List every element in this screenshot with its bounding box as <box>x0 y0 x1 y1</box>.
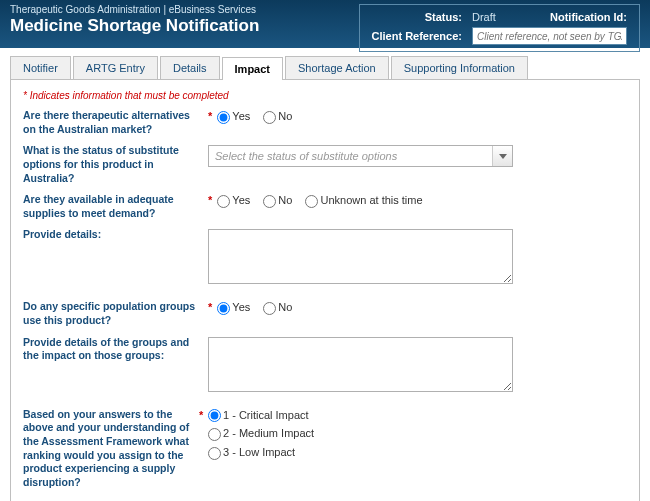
adeq-yes-radio[interactable] <box>217 195 230 208</box>
tab-bar: Notifier ARTG Entry Details Impact Short… <box>10 56 650 79</box>
rank-critical-radio[interactable] <box>208 409 221 422</box>
tab-artg-entry[interactable]: ARTG Entry <box>73 56 158 79</box>
status-label: Status: <box>368 10 466 24</box>
alt-no-option[interactable]: No <box>263 110 292 122</box>
q-pop-label: Do any specific population groups use th… <box>23 300 208 327</box>
pop-details-textarea[interactable] <box>208 337 513 392</box>
adeq-no-option[interactable]: No <box>263 194 292 206</box>
required-note: * Indicates information that must be com… <box>23 90 627 101</box>
client-ref-input[interactable] <box>472 27 627 45</box>
alt-yes-option[interactable]: Yes <box>217 110 250 122</box>
rank-medium-option[interactable]: 2 - Medium Impact <box>208 427 617 441</box>
q-substatus-label: What is the status of substitute options… <box>23 144 208 185</box>
adeq-unknown-option[interactable]: Unknown at this time <box>305 194 422 206</box>
q-pop-details-label: Provide details of the groups and the im… <box>23 336 208 363</box>
header-status-box: Status: Draft Notification Id: Client Re… <box>359 4 640 52</box>
pop-yes-radio[interactable] <box>217 302 230 315</box>
required-marker: * <box>208 110 212 122</box>
dropdown-placeholder: Select the status of substitute options <box>209 150 492 162</box>
q-alternatives-field: * Yes No <box>208 109 627 124</box>
q-adequate-label: Are they available in adequate supplies … <box>23 193 208 220</box>
rank-critical-option[interactable]: 1 - Critical Impact <box>208 409 617 423</box>
alt-no-radio[interactable] <box>263 111 276 124</box>
rank-low-option[interactable]: 3 - Low Impact <box>208 446 617 460</box>
rank-low-radio[interactable] <box>208 447 221 460</box>
q-details-label: Provide details: <box>23 228 208 242</box>
substitute-status-dropdown[interactable]: Select the status of substitute options <box>208 145 513 167</box>
app-header: Therapeutic Goods Administration | eBusi… <box>0 0 650 48</box>
tab-supporting-info[interactable]: Supporting Information <box>391 56 528 79</box>
required-marker: * <box>199 409 203 421</box>
status-value: Draft <box>468 10 504 24</box>
tab-shortage-action[interactable]: Shortage Action <box>285 56 389 79</box>
adeq-no-radio[interactable] <box>263 195 276 208</box>
notification-id-label: Notification Id: <box>506 10 631 24</box>
pop-no-radio[interactable] <box>263 302 276 315</box>
client-ref-label: Client Reference: <box>368 26 466 46</box>
adeq-unknown-radio[interactable] <box>305 195 318 208</box>
rank-medium-radio[interactable] <box>208 428 221 441</box>
pop-yes-option[interactable]: Yes <box>217 301 250 313</box>
tab-details[interactable]: Details <box>160 56 220 79</box>
pop-no-option[interactable]: No <box>263 301 292 313</box>
chevron-down-icon[interactable] <box>492 146 512 166</box>
tab-notifier[interactable]: Notifier <box>10 56 71 79</box>
q-alternatives-label: Are there therapeutic alternatives on th… <box>23 109 208 136</box>
q-ranking-label: Based on your answers to the above and y… <box>23 408 208 490</box>
required-marker: * <box>208 194 212 206</box>
required-marker: * <box>208 301 212 313</box>
tab-content: * Indicates information that must be com… <box>10 79 640 501</box>
tab-impact[interactable]: Impact <box>222 57 283 80</box>
alt-yes-radio[interactable] <box>217 111 230 124</box>
adeq-yes-option[interactable]: Yes <box>217 194 250 206</box>
details-textarea[interactable] <box>208 229 513 284</box>
